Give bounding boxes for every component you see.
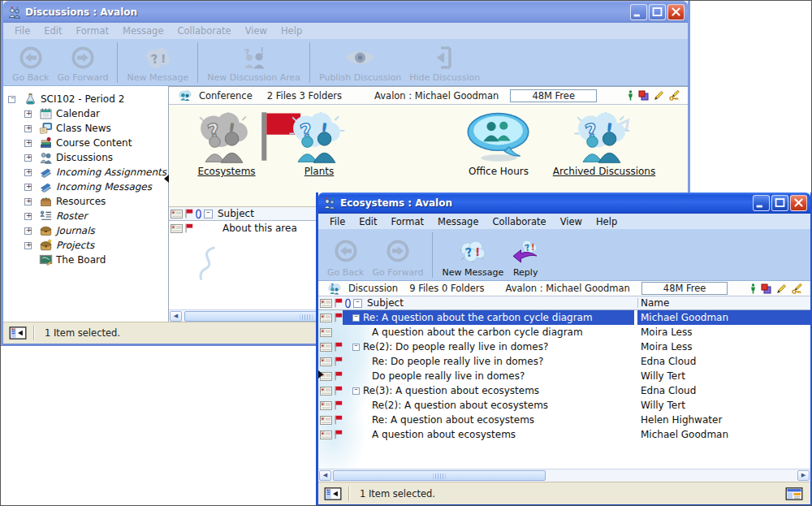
close-button[interactable] (667, 4, 685, 20)
minimize-button[interactable] (753, 195, 770, 211)
tree-item[interactable]: Discussions (3, 150, 168, 165)
menu-item[interactable]: Edit (37, 24, 68, 38)
message-row[interactable]: Re(2): Do people really live in domes? M… (318, 339, 810, 354)
menu-item[interactable]: Help (274, 24, 309, 38)
message-row[interactable]: Re: A question about ecosystems Helen Hi… (318, 413, 810, 427)
edit-pencil-icon (654, 90, 664, 101)
conference-icon-item[interactable]: ?! Ecosystems (184, 111, 270, 177)
close-button[interactable] (790, 195, 807, 211)
view-grid-icon[interactable] (785, 487, 803, 500)
collapse-thread-box[interactable] (352, 344, 360, 351)
collapse-all-box[interactable] (204, 210, 213, 218)
tree-item[interactable]: Class News (3, 121, 168, 136)
menu-item[interactable]: Format (385, 214, 431, 229)
paperclip-column-icon (344, 298, 352, 309)
reply-button[interactable]: ?! Reply (508, 231, 543, 279)
panel-toggle-icon[interactable] (9, 327, 27, 339)
tree-expand-box[interactable] (24, 125, 32, 132)
conference-icon-item[interactable]: Office Hours (447, 111, 551, 177)
new-message-button[interactable]: ?! New Message (123, 41, 192, 84)
paperclip-column-icon (195, 209, 202, 219)
tree-item[interactable]: Incoming Assignments (3, 165, 168, 179)
pane-splitter-arrow[interactable] (318, 370, 323, 378)
collapse-all-box[interactable] (353, 299, 362, 308)
discussion-type: Discussion (348, 283, 398, 294)
message-list: Re: A question about the carbon cycle di… (318, 310, 810, 469)
minimize-button[interactable] (630, 4, 647, 20)
menu-item[interactable]: Message (431, 214, 485, 229)
maximize-button[interactable] (771, 195, 788, 211)
go-forward-button[interactable]: Go Forward (53, 41, 112, 84)
scroll-track[interactable] (331, 470, 797, 481)
go-forward-button[interactable]: Go Forward (368, 231, 427, 279)
tree-item-label: Calendar (56, 108, 100, 119)
tree-expand-box[interactable] (24, 213, 32, 220)
tree-expand-box[interactable] (24, 227, 32, 235)
tree-expand-box[interactable] (24, 110, 32, 118)
tree-item[interactable]: The Board (3, 253, 168, 267)
tree-expand-box[interactable] (24, 184, 32, 191)
message-list-header[interactable]: Subject Name (318, 296, 810, 310)
titlebar[interactable]: Ecosystems : Avalon (318, 192, 810, 214)
message-row[interactable]: Re: Do people really live in domes? Edna… (318, 354, 810, 369)
tree-item[interactable]: Projects (3, 238, 168, 253)
publish-discussion-button[interactable]: Publish Discussion (315, 41, 405, 84)
new-message-button[interactable]: ?! New Message (438, 231, 508, 279)
tree-item[interactable]: Calendar (3, 106, 168, 121)
message-row[interactable]: A question about ecosystems Michael Good… (318, 427, 810, 442)
conference-icon-item[interactable]: ?! Plants (278, 111, 361, 177)
tree-item-label: Projects (56, 240, 94, 251)
tree-item[interactable]: SCI102 - Period 2 (3, 92, 168, 106)
message-row[interactable]: Re(3): A question about ecosystems Edna … (318, 383, 810, 398)
tree-expand-box[interactable] (24, 154, 32, 162)
message-row[interactable]: Re: A question about the carbon cycle di… (318, 310, 810, 325)
flag-column-icon (334, 298, 343, 308)
tree-item[interactable]: Journals (3, 223, 168, 238)
tree-expand-box[interactable] (8, 96, 15, 103)
panel-toggle-icon[interactable] (324, 487, 342, 500)
menu-item[interactable]: View (554, 214, 589, 229)
tree-expand-box[interactable] (24, 198, 32, 205)
scroll-right-arrow[interactable]: ▶ (797, 470, 810, 481)
tree-item[interactable]: Resources (3, 194, 168, 209)
svg-text:!: ! (475, 245, 480, 258)
conference-icon-item[interactable]: ?! Archived Discussions (538, 111, 670, 177)
menu-item[interactable]: Format (70, 24, 116, 38)
titlebar[interactable]: Discussions : Avalon (3, 1, 688, 23)
menu-item[interactable]: File (323, 214, 352, 229)
tree-expand-box[interactable] (24, 140, 32, 147)
go-back-button[interactable]: Go Back (8, 41, 53, 84)
edit-pencil-icon (776, 283, 787, 294)
menu-item[interactable]: Collaborate (171, 24, 237, 38)
conference-icon-label: Archived Discussions (538, 166, 670, 177)
go-forward-icon (386, 236, 410, 266)
message-row[interactable]: Re(2): A question about ecosystems Willy… (318, 398, 810, 413)
message-row[interactable]: A question about the carbon cycle diagra… (318, 325, 810, 339)
collapse-thread-box[interactable] (352, 387, 360, 395)
menu-item[interactable]: Edit (352, 214, 383, 229)
tree-item[interactable]: Course Content (3, 136, 168, 150)
scroll-left-arrow[interactable]: ◀ (170, 311, 182, 322)
tree-expand-box[interactable] (24, 169, 32, 176)
scroll-thumb[interactable] (333, 470, 546, 481)
horizontal-scrollbar[interactable]: ◀ ▶ (318, 469, 810, 482)
message-row[interactable]: Do people really live in domes? Willy Te… (318, 369, 810, 383)
new-discussion-area-button[interactable]: ?! New Discussion Area (203, 41, 304, 84)
tree-item-icon (24, 93, 37, 106)
menu-item[interactable]: View (239, 24, 274, 38)
collapse-thread-box[interactable] (352, 314, 360, 322)
menu-item[interactable]: Help (590, 214, 624, 229)
tree-item[interactable]: Incoming Messages (3, 179, 168, 194)
menu-item[interactable]: Collaborate (486, 214, 552, 229)
pane-splitter-arrow[interactable] (164, 175, 169, 183)
message-subject: Re(2): A question about ecosystems (372, 400, 548, 411)
layers-icon (761, 283, 771, 294)
tree-expand-box[interactable] (24, 242, 32, 249)
go-back-button[interactable]: Go Back (323, 231, 368, 279)
maximize-button[interactable] (649, 4, 666, 20)
hide-discussion-button[interactable]: Hide Discussion (405, 41, 484, 84)
tree-item[interactable]: Roster (3, 209, 168, 223)
menu-item[interactable]: File (8, 24, 37, 38)
scroll-left-arrow[interactable]: ◀ (319, 470, 331, 481)
menu-item[interactable]: Message (116, 24, 170, 38)
